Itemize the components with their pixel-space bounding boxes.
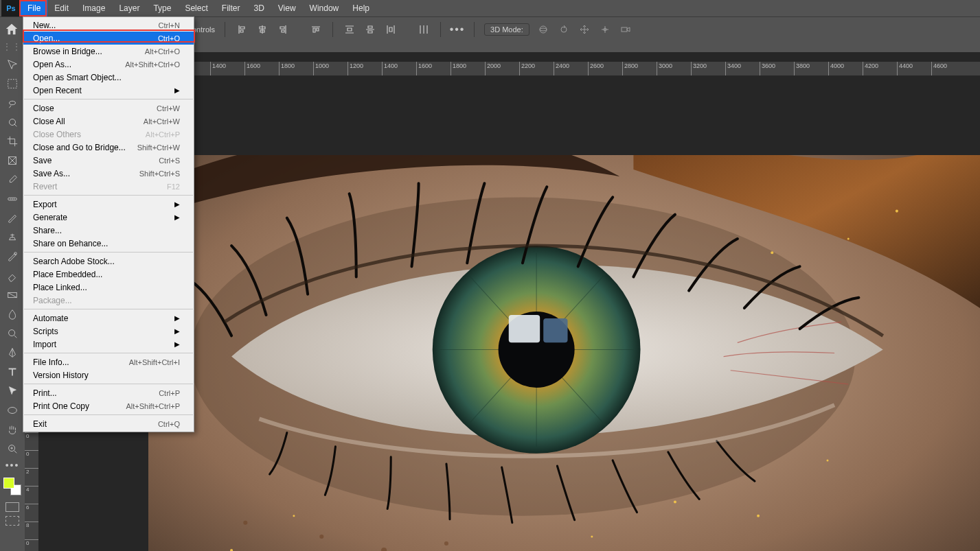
menuitem-close-and-go-to-bridge[interactable]: Close and Go to Bridge...Shift+Ctrl+W: [23, 141, 194, 154]
menuitem-open-as[interactable]: Open As...Alt+Shift+Ctrl+O: [23, 58, 194, 71]
menuitem-label: Exit: [33, 419, 47, 429]
menu-type[interactable]: Type: [146, 0, 178, 16]
menuitem-version-history[interactable]: Version History: [23, 368, 194, 382]
marquee-tool[interactable]: [3, 75, 21, 92]
menuitem-place-embedded[interactable]: Place Embedded...: [23, 268, 194, 281]
menuitem-search-adobe-stock[interactable]: Search Adobe Stock...: [23, 255, 194, 268]
frame-tool[interactable]: [3, 152, 21, 169]
menuitem-generate[interactable]: Generate▶: [23, 211, 194, 224]
brush-tool[interactable]: [3, 210, 21, 226]
menuitem-exit[interactable]: ExitCtrl+Q: [23, 417, 194, 430]
menu-layer[interactable]: Layer: [112, 0, 146, 16]
menuitem-print[interactable]: Print...Ctrl+P: [23, 386, 194, 399]
menuitem-print-one-copy[interactable]: Print One CopyAlt+Shift+Ctrl+P: [23, 399, 194, 412]
submenu-arrow-icon: ▶: [161, 213, 180, 221]
3d-mode-button[interactable]: 3D Mode:: [484, 23, 529, 36]
zoom-tool[interactable]: [3, 441, 21, 457]
menuitem-close-others: Close OthersAlt+Ctrl+P: [23, 128, 194, 141]
ruler-tick-label: 4000: [830, 62, 844, 69]
menuitem-file-info[interactable]: File Info...Alt+Shift+Ctrl+I: [23, 355, 194, 368]
menuitem-label: Revert: [33, 182, 57, 191]
quickmask-toggle[interactable]: [5, 502, 19, 526]
color-swatches[interactable]: [3, 478, 21, 495]
menu-3d[interactable]: 3D: [247, 0, 271, 16]
menuitem-shortcut: Alt+Shift+Ctrl+O: [125, 60, 180, 69]
menu-select[interactable]: Select: [178, 0, 214, 16]
ruler-tick: 3600: [760, 62, 794, 75]
distribute-spacing-icon[interactable]: [417, 23, 431, 36]
menu-view[interactable]: View: [271, 0, 303, 16]
3d-slide-icon[interactable]: [598, 23, 612, 36]
path-select-tool[interactable]: [3, 383, 21, 399]
type-tool[interactable]: [3, 364, 21, 380]
distribute-top-icon[interactable]: [343, 23, 356, 36]
move-tool[interactable]: [3, 56, 21, 73]
3d-pan-icon[interactable]: [578, 23, 591, 36]
menuitem-automate[interactable]: Automate▶: [23, 312, 194, 325]
ellipse-tool[interactable]: [3, 402, 21, 419]
healing-brush-tool[interactable]: [3, 191, 21, 207]
menuitem-close-all[interactable]: Close AllAlt+Ctrl+W: [23, 115, 194, 128]
menuitem-label: Scripts: [33, 327, 58, 336]
menuitem-scripts[interactable]: Scripts▶: [23, 325, 194, 338]
menuitem-close[interactable]: CloseCtrl+W: [23, 102, 194, 115]
home-icon[interactable]: [4, 22, 19, 37]
hand-tool[interactable]: [3, 421, 21, 438]
menuitem-browse-in-bridge[interactable]: Browse in Bridge...Alt+Ctrl+O: [23, 45, 194, 58]
quick-select-tool[interactable]: [3, 114, 21, 130]
crop-tool[interactable]: [3, 133, 21, 150]
more-options-icon[interactable]: •••: [451, 23, 464, 36]
menuitem-new[interactable]: New...Ctrl+N: [23, 19, 194, 32]
menu-image[interactable]: Image: [76, 0, 112, 16]
clone-stamp-tool[interactable]: [3, 229, 21, 246]
align-left-icon[interactable]: [235, 23, 249, 36]
foreground-color-swatch[interactable]: [3, 478, 14, 489]
eraser-tool[interactable]: [3, 268, 21, 284]
menuitem-share[interactable]: Share...: [23, 224, 194, 237]
edit-toolbar-icon[interactable]: •••: [5, 460, 20, 471]
standard-mode-icon[interactable]: [5, 502, 19, 512]
menuitem-import[interactable]: Import▶: [23, 338, 194, 351]
3d-roll-icon[interactable]: [557, 23, 571, 36]
dodge-tool[interactable]: [3, 325, 21, 342]
distribute-bottom-icon[interactable]: [384, 23, 398, 36]
menuitem-shortcut: Ctrl+S: [159, 156, 180, 165]
menuitem-label: Search Adobe Stock...: [33, 257, 115, 266]
history-brush-tool[interactable]: [3, 248, 21, 265]
align-center-h-icon[interactable]: [255, 23, 269, 36]
menuitem-open-recent[interactable]: Open Recent▶: [23, 84, 194, 97]
menuitem-shortcut: Alt+Ctrl+O: [145, 47, 180, 56]
submenu-arrow-icon: ▶: [161, 200, 180, 208]
app-logo: Ps: [1, 0, 21, 16]
menu-file[interactable]: File: [21, 0, 47, 16]
menu-edit[interactable]: Edit: [47, 0, 76, 16]
menuitem-export[interactable]: Export▶: [23, 198, 194, 211]
grab-handle-icon[interactable]: ⋮⋮: [3, 42, 22, 51]
menu-window[interactable]: Window: [303, 0, 346, 16]
menuitem-open[interactable]: Open...Ctrl+O: [23, 32, 194, 45]
ruler-tick: 0: [25, 432, 38, 450]
svg-point-28: [771, 251, 773, 254]
3d-orbit-icon[interactable]: [536, 23, 550, 36]
menu-filter[interactable]: Filter: [215, 0, 247, 16]
align-right-icon[interactable]: [276, 23, 290, 36]
distribute-vcenter-icon[interactable]: [363, 23, 377, 36]
menuitem-place-linked[interactable]: Place Linked...: [23, 281, 194, 294]
blur-tool[interactable]: [3, 306, 21, 323]
pen-tool[interactable]: [3, 344, 21, 361]
document-canvas[interactable]: [148, 155, 980, 551]
align-top-icon[interactable]: [309, 23, 323, 36]
menu-help[interactable]: Help: [345, 0, 376, 16]
ruler-tick: 0: [25, 450, 38, 468]
quickmask-mode-icon[interactable]: [5, 516, 19, 526]
menu-separator: [24, 384, 193, 384]
lasso-tool[interactable]: [3, 95, 21, 111]
menuitem-open-as-smart-object[interactable]: Open as Smart Object...: [23, 71, 194, 84]
menuitem-save[interactable]: SaveCtrl+S: [23, 154, 194, 167]
eyedropper-tool[interactable]: [3, 172, 21, 188]
gradient-tool[interactable]: [3, 287, 21, 303]
3d-camera-icon[interactable]: [619, 23, 633, 36]
menuitem-label: Package...: [33, 296, 72, 305]
menuitem-share-on-behance[interactable]: Share on Behance...: [23, 237, 194, 250]
menuitem-save-as[interactable]: Save As...Shift+Ctrl+S: [23, 167, 194, 180]
